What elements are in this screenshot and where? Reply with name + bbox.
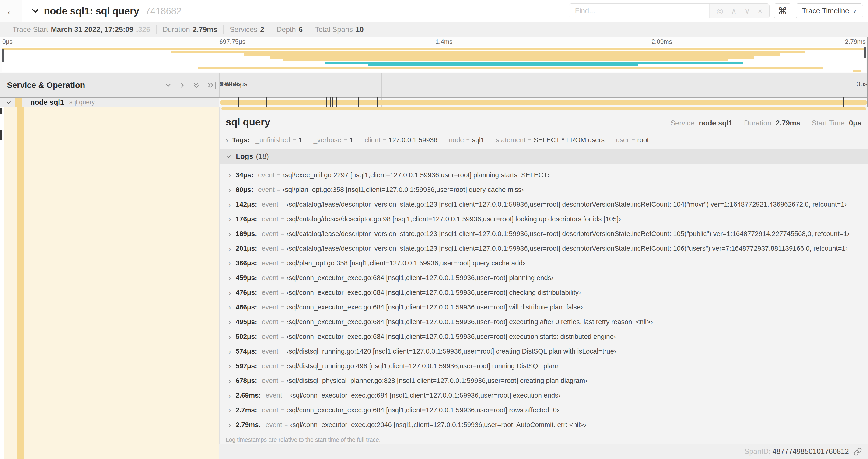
chevron-right-icon: › [228, 259, 231, 268]
log-field-value: ‹sql/conn_executor_exec.go:684 [nsql1,cl… [286, 289, 581, 296]
span-operation-name: sql query [69, 99, 95, 106]
log-entry-row[interactable]: › 574μs: event = ‹sql/distsql_running.go… [228, 344, 868, 359]
log-field-key: event [262, 230, 278, 238]
minimap-gridline [650, 47, 650, 72]
log-entry-row[interactable]: › 495μs: event = ‹sql/conn_executor_exec… [228, 315, 868, 329]
log-field-value: ‹sql/exec_util.go:2297 [nsql1,client=127… [283, 171, 550, 179]
log-entry-row[interactable]: › 486μs: event = ‹sql/conn_executor_exec… [228, 300, 868, 315]
minimap-canvas[interactable] [2, 47, 866, 72]
keyboard-shortcuts-button[interactable]: ⌘ [774, 3, 792, 19]
chevron-right-icon: › [226, 135, 228, 144]
log-field-value: ‹sql/conn_executor_exec.go:684 [nsql1,cl… [286, 318, 653, 326]
column-resize-handle[interactable] [214, 81, 218, 89]
log-entry-row[interactable]: › 2.7ms: event = ‹sql/conn_executor_exec… [228, 403, 868, 418]
back-button[interactable]: ← [0, 0, 22, 22]
locate-match-icon[interactable]: ◎ [717, 7, 723, 15]
logs-footnote: Log timestamps are relative to the start… [220, 432, 868, 444]
log-field-key: event [262, 289, 278, 296]
log-timestamp: 80μs: [236, 186, 253, 194]
log-field-equals: = [281, 245, 284, 252]
logs-accordion-header[interactable]: Logs (18) [220, 149, 868, 164]
find-suffix: ◎ ∧ ∨ × [709, 4, 769, 18]
clear-search-icon[interactable]: × [758, 7, 762, 15]
log-entry-row[interactable]: › 142μs: event = ‹sql/catalog/lease/desc… [228, 197, 868, 212]
log-field-equals: = [281, 230, 284, 237]
span-children-collapse-icon[interactable] [6, 99, 12, 105]
chevron-right-icon: › [228, 244, 231, 253]
log-entry-row[interactable]: › 176μs: event = ‹sql/catalog/descs/desc… [228, 212, 868, 226]
log-event-tick [330, 97, 331, 108]
log-entry-row[interactable]: › 80μs: event = ‹sql/plan_opt.go:358 [ns… [228, 183, 868, 197]
log-field-key: event [262, 362, 278, 370]
expand-all-icon[interactable] [207, 81, 214, 89]
log-entry-row[interactable]: › 34μs: event = ‹sql/exec_util.go:2297 [… [228, 168, 868, 183]
log-entry-row[interactable]: › 597μs: event = ‹sql/distsql_running.go… [228, 359, 868, 373]
log-field-key: event [262, 245, 278, 252]
chevron-right-icon: › [228, 406, 231, 415]
view-selector-label: Trace Timeline [802, 7, 849, 15]
trace-meta-item: Trace StartMarch 31 2022, 17:25:09.326 [6, 25, 157, 34]
log-entry-row[interactable]: › 459μs: event = ‹sql/conn_executor_exec… [228, 270, 868, 285]
collapse-all-icon[interactable] [193, 81, 200, 89]
log-timestamp: 201μs: [236, 245, 257, 252]
log-entry-row[interactable]: › 2.69ms: event = ‹sql/conn_executor_exe… [228, 388, 868, 403]
log-field-equals: = [284, 392, 288, 399]
log-entry-row[interactable]: › 189μs: event = ‹sql/catalog/lease/desc… [228, 226, 868, 241]
log-entry-row[interactable]: › 476μs: event = ‹sql/conn_executor_exec… [228, 285, 868, 300]
span-row-name-column: node sql1 sql query [0, 98, 219, 107]
log-entry-row[interactable]: › 2.79ms: event = ‹sql/conn_executor_exe… [228, 418, 868, 432]
log-field-equals: = [281, 407, 284, 414]
log-field-value: ‹sql/conn_executor_exec.go:684 [nsql1,cl… [286, 303, 583, 311]
minimap-span-bar [170, 51, 805, 53]
log-field-equals: = [284, 421, 288, 428]
tags-accordion[interactable]: › Tags: _unfinished=1_verbose=1client=12… [220, 131, 868, 148]
log-field-value: ‹sql/conn_executor_exec.go:684 [nsql1,cl… [286, 274, 554, 282]
log-field-equals: = [281, 289, 284, 296]
log-entry-row[interactable]: › 502μs: event = ‹sql/conn_executor_exec… [228, 329, 868, 344]
log-timestamp: 176μs: [236, 215, 257, 223]
log-entry-row[interactable]: › 366μs: event = ‹sql/plan_opt.go:358 [n… [228, 256, 868, 270]
log-entry-row[interactable]: › 678μs: event = ‹sql/distsql_physical_p… [228, 373, 868, 388]
view-selector-button[interactable]: Trace Timeline ∨ [796, 3, 863, 19]
log-event-tick [228, 97, 228, 108]
log-field-equals: = [277, 172, 280, 178]
ruler-tick-label: 2.79ms [845, 38, 866, 45]
detail-span-bar [221, 107, 866, 110]
find-input[interactable] [569, 4, 709, 18]
trace-page: ← node sql1: sql query 7418682 ◎ ∧ ∨ × ⌘… [0, 0, 868, 459]
spanid-label: SpanID: [744, 447, 771, 456]
trace-id: 7418682 [145, 6, 182, 16]
log-timestamp: 189μs: [236, 230, 257, 238]
minimap-span-bar [368, 64, 638, 66]
chevron-right-icon: › [228, 215, 231, 224]
timeline-gridline [544, 73, 544, 97]
expand-one-icon[interactable] [179, 81, 186, 89]
minimap-span-bar [270, 56, 754, 59]
ruler-tick-label: 0μs [857, 80, 868, 88]
log-field-value: ‹sql/catalog/lease/descriptor_version_st… [286, 245, 848, 252]
log-timestamp: 476μs: [236, 289, 257, 296]
log-field-key: event [262, 303, 278, 311]
log-field-value: ‹sql/distsql_running.go:498 [nsql1,clien… [286, 362, 558, 370]
log-field-key: event [262, 406, 278, 414]
timeline-ruler: 0μs697.75μs1.4ms2.09ms2.79ms [219, 73, 868, 97]
log-entry-row[interactable]: › 201μs: event = ‹sql/catalog/lease/desc… [228, 241, 868, 256]
minimap-right-drag-handle[interactable] [864, 47, 866, 58]
trace-collapse-chevron-icon[interactable] [31, 7, 39, 15]
collapse-one-icon[interactable] [165, 81, 172, 89]
span-duration-bar[interactable] [220, 100, 867, 105]
deep-link-icon[interactable] [854, 447, 862, 456]
next-match-icon[interactable]: ∨ [745, 7, 750, 15]
prev-match-icon[interactable]: ∧ [731, 7, 736, 15]
detail-meta: Service:node sql1Duration:2.79msStart Ti… [665, 119, 862, 127]
detail-row-background [4, 107, 219, 459]
trace-minimap: 0μs697.75μs1.4ms2.09ms2.79ms [0, 37, 868, 73]
span-row-timeline [219, 98, 868, 107]
span-row[interactable]: node sql1 sql query [0, 98, 868, 107]
tag-chip: client=127.0.0.1:59936 [359, 136, 443, 144]
find-group: ◎ ∧ ∨ × [569, 3, 769, 19]
logs-count: (18) [256, 152, 269, 161]
minimap-left-drag-handle[interactable] [2, 49, 4, 62]
log-event-tick [239, 97, 239, 108]
row-edge-mark [0, 108, 2, 114]
